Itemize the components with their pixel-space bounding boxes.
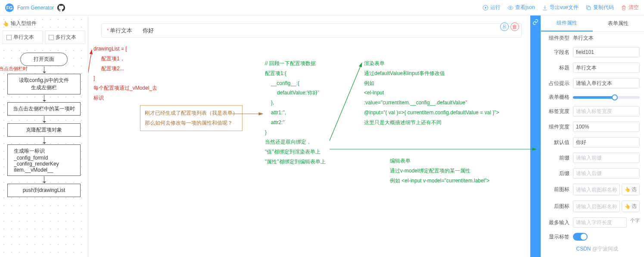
anno-edit-form: 编辑表单 通过v-model绑定配置项的某一属性 例如 <el-input v-… [390,156,490,185]
download-icon [542,5,548,11]
prop-field-input[interactable] [573,47,640,57]
prop-suffixicon-pick-button[interactable]: 👆选 [622,201,640,212]
canvas-form: ⎘ 🗑 * 单行文本 [101,23,522,38]
right-panel: 组件属性 表单属性 组件类型单行文本 字段名 标题 占位提示 表单栅格 标签宽度… [541,16,644,257]
trash-icon [621,5,627,11]
brand-logo-icon: FG [5,3,14,12]
panel-body: 组件类型单行文本 字段名 标题 占位提示 表单栅格 标签宽度 组件宽度 默认值 … [541,32,644,257]
anno-question-box: 刚才已经生成了配置项列表（我是表单） 那么如何去修改每一项的属性和值呢？ [140,105,243,131]
row-delete-button[interactable]: 🗑 [510,22,519,31]
center-canvas: ⎘ 🗑 * 单行文本 drawingList = [ 配置项1， 配置项2...… [88,16,530,257]
prop-labelwidth-input[interactable] [573,106,640,116]
prop-suffix-input[interactable] [573,168,640,179]
flow-node-read-config: 读取config.js中的文件 生成左侧栏 [7,74,81,94]
row-copy-button[interactable]: ⎘ [500,22,509,31]
prop-prefixicon-pick-button[interactable]: 👆选 [622,184,640,195]
prop-title-input[interactable] [573,63,640,73]
prop-maxlen-unit: 个字 [630,217,640,228]
copy-code-button[interactable]: 复制代码 [585,4,614,11]
prop-placeholder-input[interactable] [573,78,640,88]
view-json-button[interactable]: 查看json [507,4,535,11]
hand-icon: 👆 [3,21,9,27]
tab-component-props[interactable]: 组件属性 [541,16,593,31]
prop-maxlen-input[interactable] [573,217,627,228]
eye-icon [507,5,513,11]
prop-compwidth-label: 组件宽度 [545,123,569,131]
github-icon[interactable] [57,4,65,12]
link-icon [532,19,538,25]
left-rail: 👆 输入型组件 单行文本 多行文本 当点击侧栏时 打开页面 读取config.j… [0,16,88,257]
svg-rect-2 [588,6,591,9]
field-input[interactable] [141,26,516,34]
flowchart: 打开页面 读取config.js中的文件 生成左侧栏 当点击左侧栏中的某一项时 … [3,53,85,197]
top-bar: FG Form Generator 运行 查看json 导出vue文件 复制代码… [0,0,644,16]
prop-title-label: 标题 [545,64,569,72]
form-field-row[interactable]: * 单行文本 [101,23,522,38]
prop-grid-label: 表单栅格 [545,94,569,101]
prop-prefix-label: 前缀 [545,154,569,162]
prop-prefixicon-label: 前图标 [545,186,569,193]
prop-type-label: 组件类型 [545,34,569,42]
prop-placeholder-label: 占位提示 [545,80,569,87]
prop-compwidth-input[interactable] [573,122,640,132]
prop-prefix-input[interactable] [573,153,640,163]
brand: FG Form Generator [5,3,65,12]
prop-showlabel-toggle[interactable] [573,233,588,241]
component-multi-line[interactable]: 多行文本 [45,31,85,44]
svg-point-1 [510,7,511,9]
prop-prefixicon-input[interactable] [573,184,620,195]
component-row: 单行文本 多行文本 [3,31,85,44]
play-icon [482,5,488,11]
anno-drawinglist: drawingList = [ 配置项1， 配置项2... ] 每个配置项通过_… [93,44,157,103]
prop-suffix-label: 后缀 [545,170,569,177]
anno-config-data: // 回顾一下配置项数据 配置项1:{ __config__:{ default… [265,59,326,167]
prop-labelwidth-label: 标签宽度 [545,108,569,115]
prop-default-input[interactable] [573,137,640,147]
flow-node-open: 打开页面 [20,53,68,66]
watermark: CSDN @宁波阿成 [576,245,618,253]
prop-type-value[interactable]: 单行文本 [573,34,640,42]
tab-form-props[interactable]: 表单属性 [593,16,644,31]
link-strip[interactable] [530,16,541,257]
component-group-header: 👆 输入型组件 [3,20,85,27]
field-label: 单行文本 [110,27,141,34]
flow-node-gen-id: 生成唯一标识 _config_formId _confirg_renderKey… [7,144,81,176]
main: 👆 输入型组件 单行文本 多行文本 当点击侧栏时 打开页面 读取config.j… [0,16,644,257]
prop-maxlen-label: 最多输入 [545,219,569,226]
component-single-line[interactable]: 单行文本 [3,31,43,44]
brand-title: Form Generator [17,5,54,11]
prop-default-label: 默认值 [545,139,569,146]
clear-button[interactable]: 清空 [621,4,639,11]
prop-field-label: 字段名 [545,49,569,56]
prop-suffixicon-input[interactable] [573,201,620,212]
row-tools: ⎘ 🗑 [500,22,519,31]
run-button[interactable]: 运行 [482,4,501,11]
export-vue-button[interactable]: 导出vue文件 [542,4,579,11]
panel-tabs: 组件属性 表单属性 [541,16,644,32]
copy-icon [585,5,591,11]
prop-suffixicon-label: 后图标 [545,203,569,210]
top-actions: 运行 查看json 导出vue文件 复制代码 清空 [482,4,639,11]
prop-showlabel-label: 显示标签 [545,233,569,241]
flow-node-push: push到drawingList [7,184,81,197]
flow-node-clone: 克隆配置项对象 [7,123,81,137]
prop-grid-slider[interactable] [573,96,640,99]
required-star: * [107,28,109,34]
flow-node-click-item: 当点击左侧栏中的某一项时 [7,102,81,116]
anno-render-form: 渲染表单 通过defaultValue和input事件修改值 例如 <el-in… [364,59,499,128]
